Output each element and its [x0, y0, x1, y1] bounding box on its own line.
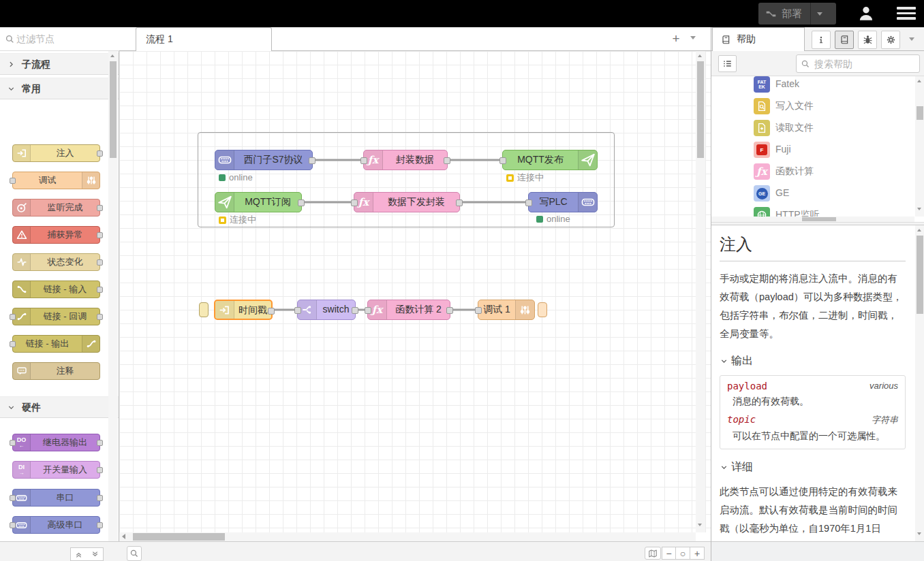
node-port[interactable]: [294, 307, 301, 314]
palette-node-link-call[interactable]: 链接 - 回调: [12, 308, 100, 325]
node-port[interactable]: [298, 199, 305, 206]
node-port[interactable]: [475, 307, 482, 314]
scroll-left-icon[interactable]: [122, 534, 125, 539]
node-port[interactable]: [268, 308, 275, 315]
tab-flow-1[interactable]: 流程 1: [136, 27, 272, 51]
palette-node-comment[interactable]: 注释: [12, 362, 100, 380]
flow-group[interactable]: [198, 132, 615, 227]
node-port[interactable]: [97, 287, 103, 293]
toc-button[interactable]: [718, 55, 737, 72]
flow-node-mqtt-publish[interactable]: MQTT发布: [502, 150, 598, 170]
tab-config-button[interactable]: [881, 31, 900, 49]
doc-section-output[interactable]: 输出: [720, 354, 906, 368]
node-port[interactable]: [97, 259, 103, 266]
node-port[interactable]: [10, 495, 16, 501]
user-icon[interactable]: [857, 5, 875, 22]
scrollbar-thumb[interactable]: [917, 106, 923, 120]
help-list-item-http-listen[interactable]: HTTP监听: [711, 204, 914, 217]
node-port[interactable]: [456, 199, 463, 206]
help-doc-scrollbar[interactable]: [915, 225, 924, 541]
scrollbar-thumb[interactable]: [802, 217, 836, 221]
node-port[interactable]: [309, 157, 315, 164]
help-list-item-ge[interactable]: GE GE: [711, 182, 914, 204]
node-port[interactable]: [10, 341, 16, 347]
flow-node-siemens-s7[interactable]: 西门子S7协议: [215, 150, 313, 170]
node-port[interactable]: [97, 150, 103, 157]
zoom-in-button[interactable]: +: [690, 547, 705, 560]
help-list-item-fuji[interactable]: F Fuji: [711, 139, 914, 161]
node-port[interactable]: [360, 157, 367, 164]
palette-node-status[interactable]: 状态变化: [12, 253, 100, 271]
node-port[interactable]: [97, 205, 103, 211]
node-port[interactable]: [10, 522, 16, 528]
scroll-down-icon[interactable]: [917, 208, 921, 210]
flow-node-switch[interactable]: switch: [297, 300, 356, 320]
tab-info-button[interactable]: [812, 31, 831, 49]
scroll-up-icon[interactable]: [698, 54, 702, 57]
flow-node-data-downlink-pack[interactable]: ƒx 数据下发封装: [354, 192, 460, 212]
palette-node-inject[interactable]: 注入: [12, 144, 100, 162]
help-list-item-function[interactable]: ƒx 函数计算: [711, 161, 914, 182]
collapse-all-button[interactable]: [70, 547, 87, 561]
zoom-out-button[interactable]: −: [662, 547, 676, 560]
node-port[interactable]: [97, 495, 103, 501]
minimap-button[interactable]: [645, 547, 661, 560]
scrollbar-thumb[interactable]: [697, 61, 704, 158]
flow-node-debug-1[interactable]: 调试 1: [478, 300, 535, 320]
flow-list-chevron-down-icon[interactable]: [690, 36, 696, 39]
palette-node-catch[interactable]: 捕获异常: [12, 226, 100, 244]
palette-search-input[interactable]: [16, 31, 105, 47]
scroll-down-icon[interactable]: [698, 524, 702, 526]
help-list-item-write-file[interactable]: 写入文件: [711, 95, 914, 117]
node-port[interactable]: [10, 314, 16, 320]
palette-node-advanced-serial[interactable]: 高级串口: [12, 516, 100, 534]
palette-node-relay-output[interactable]: DO← 继电器输出: [12, 434, 100, 451]
help-list-horizontal-scrollbar[interactable]: [711, 217, 914, 222]
palette-node-link-out[interactable]: 链接 - 输出: [12, 335, 100, 353]
help-list-item-fatek[interactable]: FAT EK Fatek: [711, 76, 914, 95]
node-port[interactable]: [97, 314, 103, 320]
help-list-scrollbar[interactable]: [915, 76, 924, 217]
flow-node-timestamp[interactable]: 时间戳: [214, 300, 273, 320]
deploy-button[interactable]: 部署: [758, 3, 836, 25]
debug-toggle-button[interactable]: [538, 302, 547, 317]
scrollbar-thumb[interactable]: [110, 61, 117, 158]
node-port[interactable]: [10, 178, 16, 184]
node-port[interactable]: [444, 157, 450, 164]
node-port[interactable]: [97, 522, 103, 528]
inject-trigger-button[interactable]: [199, 302, 209, 317]
node-port[interactable]: [351, 199, 358, 206]
canvas-vertical-scrollbar[interactable]: [696, 51, 705, 532]
palette-node-debug[interactable]: 调试: [12, 172, 100, 189]
scroll-down-icon[interactable]: [917, 532, 921, 535]
search-flows-button[interactable]: [127, 546, 142, 561]
tab-help-button[interactable]: [835, 31, 854, 49]
node-port[interactable]: [352, 307, 358, 314]
palette-node-serial[interactable]: 串口: [12, 489, 100, 507]
scroll-up-icon[interactable]: [110, 54, 114, 57]
scrollbar-thumb[interactable]: [917, 236, 923, 314]
palette-node-complete[interactable]: 监听完成: [12, 199, 100, 217]
help-search[interactable]: [796, 54, 920, 73]
palette-node-digital-input[interactable]: DI→ 开关量输入: [12, 461, 100, 479]
canvas-horizontal-scrollbar[interactable]: [119, 532, 696, 541]
node-port[interactable]: [10, 440, 16, 446]
flow-node-mqtt-subscribe[interactable]: MQTT订阅: [215, 192, 302, 212]
palette-search[interactable]: [0, 27, 119, 51]
node-port[interactable]: [446, 307, 453, 314]
node-port[interactable]: [365, 307, 371, 314]
scroll-up-icon[interactable]: [917, 80, 921, 82]
zoom-reset-button[interactable]: ○: [676, 547, 690, 560]
palette-section-subflows[interactable]: 子流程: [0, 53, 119, 75]
node-port[interactable]: [525, 199, 532, 206]
palette-section-hardware[interactable]: 硬件: [0, 396, 119, 418]
palette-section-common[interactable]: 常用: [0, 78, 119, 99]
doc-section-details[interactable]: 详细: [720, 460, 906, 475]
flow-canvas[interactable]: [119, 51, 711, 532]
tab-debug-button[interactable]: [858, 31, 877, 49]
sidebar-options-chevron-down-icon[interactable]: [909, 37, 914, 41]
palette-scrollbar[interactable]: [108, 51, 118, 541]
flow-node-function-2[interactable]: ƒx 函数计算 2: [367, 300, 450, 320]
tab-help[interactable]: 帮助: [712, 27, 805, 51]
node-port[interactable]: [499, 157, 506, 164]
